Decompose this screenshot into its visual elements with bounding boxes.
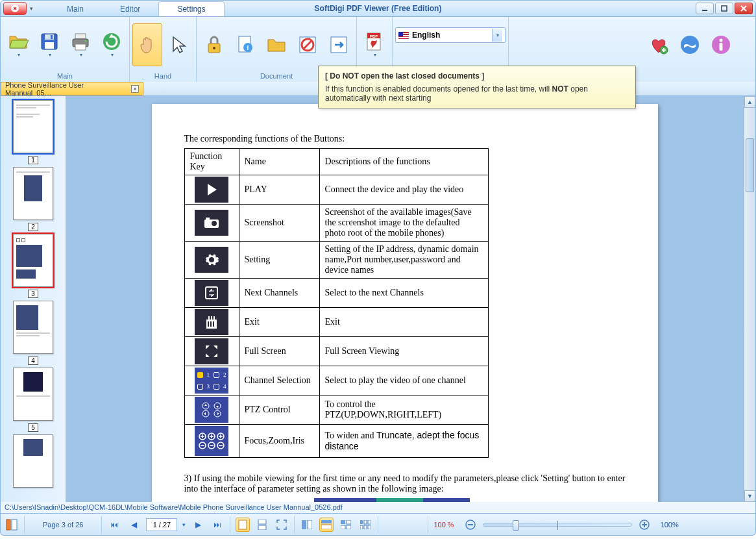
reload-button[interactable]: ▾ <box>97 23 127 66</box>
last-page-button[interactable]: ⏭ <box>210 518 225 532</box>
language-selector[interactable]: English ▾ <box>395 27 506 43</box>
svg-rect-51 <box>12 520 17 530</box>
exit-icon <box>195 309 228 335</box>
tab-settings[interactable]: Settings <box>158 1 224 16</box>
flag-icon <box>398 32 409 39</box>
svg-rect-58 <box>321 525 332 529</box>
svg-rect-37 <box>208 316 210 320</box>
select-tool-button[interactable] <box>164 23 193 66</box>
camera-icon <box>195 210 228 236</box>
thumbnail-3[interactable] <box>13 234 53 287</box>
window-title: SoftDigi PDF Viewer (Free Edition) <box>315 4 442 13</box>
th-name: Name <box>239 149 319 175</box>
close-tab-button[interactable]: × <box>131 85 139 93</box>
zoom-label: 100 % <box>433 521 454 529</box>
layout-3-button[interactable] <box>339 518 353 532</box>
hand-tool-button[interactable] <box>132 23 162 66</box>
layout-4-button[interactable] <box>358 518 372 532</box>
scroll-up-button[interactable]: ▲ <box>744 96 755 108</box>
maximize-button[interactable] <box>715 3 733 14</box>
first-page-button[interactable]: ⏮ <box>107 518 121 532</box>
thumbnail-2[interactable] <box>13 167 53 220</box>
svg-rect-9 <box>75 44 86 50</box>
thumbnail-4[interactable] <box>13 301 53 354</box>
scroll-down-button[interactable]: ▼ <box>744 490 755 502</box>
thumb-label-4: 4 <box>28 357 38 365</box>
svg-rect-6 <box>51 35 53 39</box>
app-menu-dropdown-icon[interactable]: ▾ <box>27 5 36 12</box>
scroll-thumb[interactable] <box>746 138 754 192</box>
reopen-document-button[interactable] <box>324 23 354 66</box>
svg-point-30 <box>212 221 217 226</box>
thumbnail-5[interactable] <box>13 368 53 421</box>
dropdown-icon[interactable]: ▾ <box>492 29 502 42</box>
zoom-out-button[interactable] <box>463 518 478 532</box>
ribbon-group-hand: Hand <box>130 17 197 82</box>
pdf-page: The corresponding functions of the Butto… <box>152 104 658 502</box>
table-row: Focus,Zoom,IrisTo widen and Truncate, ad… <box>184 425 488 458</box>
thumbnail-6[interactable] <box>13 434 53 488</box>
document-tab[interactable]: Phone Surveillance User Mannual_05… × <box>1 82 143 95</box>
svg-point-25 <box>681 36 699 54</box>
group-label-main: Main <box>57 71 73 82</box>
partners-button[interactable] <box>675 23 705 66</box>
single-page-button[interactable] <box>236 518 250 532</box>
svg-point-10 <box>85 40 87 42</box>
fit-page-button[interactable] <box>274 518 289 532</box>
thumbnail-panel[interactable]: 1 2 3 4 5 <box>1 96 66 502</box>
tab-main[interactable]: Main <box>49 2 102 16</box>
no-link-button[interactable] <box>293 23 323 66</box>
svg-text:PDF: PDF <box>370 34 378 38</box>
svg-rect-36 <box>213 321 214 327</box>
security-button[interactable] <box>199 23 229 66</box>
info-button[interactable] <box>706 23 736 66</box>
table-row: 1 23 4Channel SelectionSelect to play th… <box>184 366 488 395</box>
close-button[interactable] <box>735 3 753 14</box>
page-input[interactable] <box>146 518 177 531</box>
svg-rect-53 <box>258 520 266 524</box>
sidebar-toggle-button[interactable] <box>5 518 19 532</box>
title-bar: ▾ Main Editor Settings SoftDigi PDF View… <box>0 0 756 17</box>
vertical-scrollbar[interactable]: ▲ ▼ <box>744 96 755 502</box>
svg-rect-64 <box>364 520 367 524</box>
svg-rect-57 <box>321 520 332 523</box>
pdf-button[interactable]: PDF▾ <box>360 23 389 66</box>
svg-rect-55 <box>302 520 306 529</box>
group-label-document: Document <box>260 71 293 82</box>
print-button[interactable]: ▾ <box>66 23 95 66</box>
open-button[interactable]: ▾ <box>3 23 33 66</box>
gear-icon <box>195 247 228 273</box>
continuous-page-button[interactable] <box>255 518 269 532</box>
group-label-hand: Hand <box>154 71 171 82</box>
document-info-button[interactable]: i <box>230 23 260 66</box>
tooltip-body: If this function is enabled documents op… <box>325 84 629 103</box>
image-placeholder <box>314 498 470 502</box>
thumb-label-5: 5 <box>28 423 38 432</box>
zoom-in-button[interactable] <box>637 518 652 532</box>
table-row: PLAYConnect the device and play the vide… <box>184 175 488 205</box>
thumbnail-1[interactable] <box>13 100 53 153</box>
ptz-icon <box>195 397 228 423</box>
favorite-button[interactable] <box>644 23 674 66</box>
svg-rect-65 <box>368 520 371 524</box>
prev-page-button[interactable]: ◀ <box>127 518 141 532</box>
next-page-button[interactable]: ▶ <box>191 518 205 532</box>
layout-1-button[interactable] <box>300 518 314 532</box>
thumb-label-2: 2 <box>28 223 38 231</box>
scroll-track[interactable] <box>744 108 755 490</box>
minimize-button[interactable] <box>696 3 714 14</box>
zoom-slider[interactable] <box>483 523 632 527</box>
function-table: Function Key Name Descriptions of the fu… <box>184 148 489 458</box>
save-button[interactable]: ▾ <box>34 23 64 66</box>
th-key: Function Key <box>184 149 239 175</box>
app-menu-button[interactable] <box>3 2 27 15</box>
svg-rect-39 <box>213 316 215 320</box>
folder-button[interactable] <box>262 23 291 66</box>
document-view[interactable]: The corresponding functions of the Butto… <box>66 96 744 502</box>
layout-2-button[interactable] <box>319 518 334 532</box>
tab-editor[interactable]: Editor <box>102 2 158 16</box>
svg-rect-67 <box>364 525 367 529</box>
zoom-handle[interactable] <box>513 520 519 531</box>
svg-rect-56 <box>308 520 312 529</box>
main-area: 1 2 3 4 5 The corresponding functions of… <box>0 96 756 502</box>
